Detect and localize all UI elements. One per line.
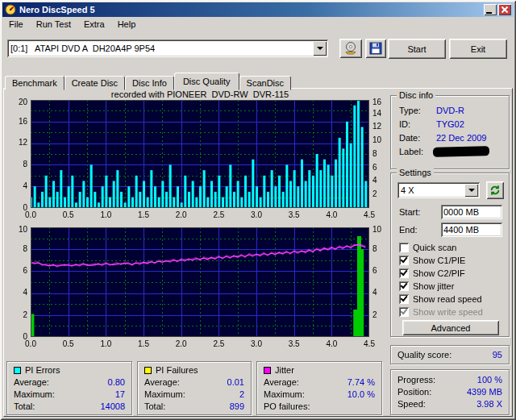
save-button[interactable]	[365, 39, 386, 58]
drive-select-arrow[interactable]	[313, 41, 327, 56]
disc-label-label: Label:	[399, 147, 423, 156]
checkbox-quick-scan[interactable]: Quick scan	[399, 242, 456, 253]
po-failures-label: PO failures:	[264, 401, 310, 411]
scan-start-input[interactable]	[441, 205, 502, 219]
save-icon	[369, 42, 382, 55]
show-jitter-label: Show jitter	[413, 281, 454, 291]
start-button[interactable]: Start	[388, 39, 446, 59]
pi-failures-max-label: Maximum:	[144, 389, 185, 399]
close-button[interactable]	[498, 4, 511, 15]
show-c2-pif-checkbox[interactable]	[399, 268, 409, 278]
scan-end-label: End:	[399, 225, 418, 235]
settings-title: Settings	[397, 168, 434, 177]
pi-failures-swatch	[144, 367, 152, 374]
pi-failures-max-value: 2	[239, 389, 244, 399]
show-read-speed-checkbox[interactable]	[399, 294, 409, 304]
pi-errors-name: PI Errors	[25, 365, 60, 375]
disc-label-redaction	[433, 146, 489, 157]
disc-id-value: TYG02	[436, 119, 464, 129]
pi-failures-stats: PI Failures Average:0.01 Maximum:2 Total…	[137, 361, 252, 415]
pie-chart-canvas	[10, 97, 384, 226]
pi-failures-avg-value: 0.01	[227, 377, 244, 387]
jitter-max-value: 10.0 %	[347, 389, 375, 399]
disc-id-label: ID:	[399, 119, 410, 129]
scan-start-label: Start:	[399, 207, 420, 217]
menu-item-help[interactable]: Help	[111, 18, 143, 31]
speed-label: Speed:	[397, 399, 426, 409]
scan-end-input[interactable]	[441, 222, 502, 237]
checkbox-show-jitter[interactable]: Show jitter	[399, 281, 454, 292]
progress-value: 100 %	[477, 375, 502, 385]
tab-scandisc[interactable]: ScanDisc	[239, 76, 291, 90]
position-label: Position:	[397, 387, 431, 397]
show-jitter-checkbox[interactable]	[399, 281, 409, 291]
speed-select-value: 4 X	[397, 185, 464, 195]
disc-info-title: Disc info	[397, 90, 435, 100]
menu-item-extra[interactable]: Extra	[77, 18, 111, 31]
disc-hand-icon	[343, 42, 358, 55]
disc-date-label: Date:	[399, 133, 420, 143]
drive-select[interactable]: [0:1] ATAPI DVD A DH20A4P 9P54	[7, 40, 328, 57]
quality-score-value: 95	[493, 350, 502, 360]
pi-errors-max-value: 17	[115, 389, 125, 399]
app-window: Nero DiscSpeed 5 File Run Test Extra Hel…	[0, 0, 516, 420]
jitter-avg-label: Average:	[264, 377, 299, 387]
eject-disc-button[interactable]	[339, 39, 362, 58]
settings-group: Settings 4 X Start: End: Quick scan Show…	[390, 173, 510, 337]
show-write-speed-label: Show write speed	[413, 307, 483, 317]
window-title: Nero DiscSpeed 5	[19, 5, 95, 15]
disc-date-value: 22 Dec 2009	[436, 133, 486, 143]
drive-select-value: [0:1] ATAPI DVD A DH20A4P 9P54	[7, 44, 313, 53]
chevron-down-icon	[468, 189, 475, 195]
checkbox-show-c2-pif[interactable]: Show C2/PIF	[399, 268, 465, 279]
tab-disc-quality[interactable]: Disc Quality	[174, 73, 239, 90]
checkbox-show-write-speed: Show write speed	[399, 306, 483, 318]
show-c2-pif-label: Show C2/PIF	[413, 268, 465, 278]
quick-scan-checkbox[interactable]	[399, 243, 409, 252]
tab-create-disc[interactable]: Create Disc	[64, 76, 125, 90]
quality-score-label: Quality score:	[397, 350, 452, 360]
menu-item-file[interactable]: File	[2, 18, 30, 31]
show-c1-pie-checkbox[interactable]	[399, 256, 409, 265]
title-bar: Nero DiscSpeed 5	[2, 2, 514, 17]
show-c1-pie-label: Show C1/PIE	[413, 256, 465, 265]
jitter-chart-canvas	[10, 224, 384, 353]
disc-info-group: Disc info Type: DVD-R ID: TYG02 Date: 22…	[390, 95, 510, 169]
disc-type-label: Type:	[399, 106, 421, 115]
pi-errors-stats: PI Errors Average:0.80 Maximum:17 Total:…	[6, 361, 132, 415]
pi-errors-max-label: Maximum:	[14, 389, 55, 399]
tab-disc-info[interactable]: Disc Info	[125, 76, 174, 90]
tab-benchmark[interactable]: Benchmark	[5, 76, 64, 90]
menu-item-run-test[interactable]: Run Test	[30, 18, 77, 31]
jitter-swatch	[264, 367, 271, 374]
minimize-icon	[486, 12, 492, 14]
pi-errors-swatch	[14, 367, 21, 374]
quality-score-panel: Quality score: 95	[390, 345, 510, 364]
disc-type-value: DVD-R	[436, 106, 464, 115]
progress-label: Progress:	[397, 375, 435, 385]
jitter-name: Jitter	[275, 365, 294, 375]
pi-failures-total-label: Total:	[144, 401, 165, 411]
jitter-stats: Jitter Average:7.74 % Maximum:10.0 % PO …	[256, 361, 382, 415]
exit-button[interactable]: Exit	[449, 39, 507, 59]
jitter-avg-value: 7.74 %	[347, 377, 375, 387]
speed-value: 3.98 X	[476, 399, 502, 409]
advanced-button[interactable]: Advanced	[402, 320, 499, 335]
pi-errors-avg-label: Average:	[14, 377, 49, 387]
speed-select-arrow[interactable]	[464, 184, 478, 197]
checkbox-show-read-speed[interactable]: Show read speed	[399, 293, 482, 305]
position-value: 4399 MB	[467, 387, 502, 397]
jitter-max-label: Maximum:	[264, 389, 305, 399]
refresh-icon	[489, 185, 501, 196]
refresh-button[interactable]	[486, 181, 504, 199]
app-icon	[5, 4, 16, 15]
pi-failures-avg-label: Average:	[144, 377, 180, 387]
minimize-button[interactable]	[484, 4, 497, 15]
speed-select[interactable]: 4 X	[397, 182, 480, 198]
chevron-down-icon	[317, 47, 323, 53]
checkbox-show-c1-pie[interactable]: Show C1/PIE	[399, 255, 465, 266]
quick-scan-label: Quick scan	[413, 243, 456, 252]
show-write-speed-checkbox	[399, 307, 409, 317]
pi-failures-total-value: 899	[230, 401, 244, 411]
pi-errors-avg-value: 0.80	[108, 377, 125, 387]
